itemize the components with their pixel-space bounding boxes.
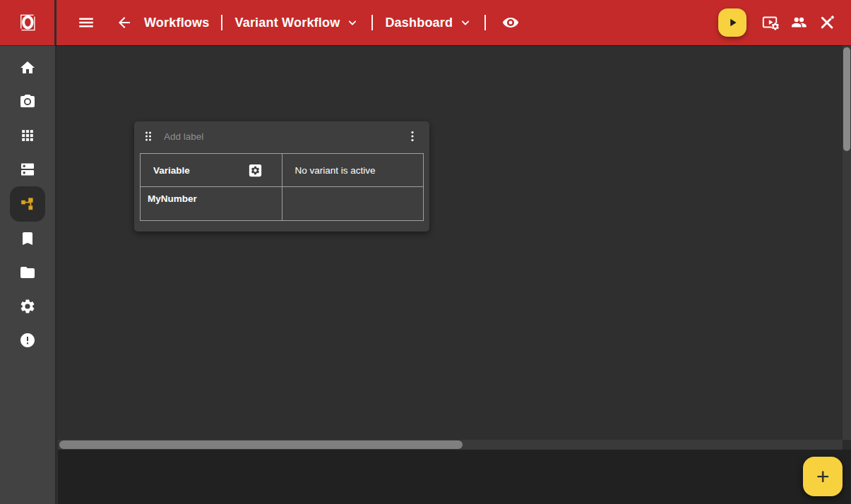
more-vert-icon	[405, 129, 419, 143]
bookmark-icon	[19, 230, 36, 247]
preview-button[interactable]	[498, 10, 523, 35]
sidebar-item-alerts[interactable]	[11, 323, 44, 357]
sidebar-item-bookmarks[interactable]	[11, 222, 44, 256]
breadcrumb-workflows[interactable]: Workflows	[144, 16, 209, 30]
settings-box-icon	[247, 162, 263, 179]
camera-icon	[19, 93, 36, 110]
view-selector-label: Dashboard	[385, 16, 453, 30]
users-button[interactable]	[786, 10, 811, 35]
apps-grid-icon	[20, 128, 35, 143]
scrollbar-corner	[843, 440, 851, 450]
dns-icon	[19, 161, 36, 178]
run-button[interactable]	[718, 8, 746, 37]
logo-icon	[8, 7, 47, 38]
variable-header-label: Variable	[153, 165, 190, 176]
schema-icon	[19, 196, 36, 212]
variant-status-cell: No variant is active	[282, 154, 424, 187]
recording-settings-button[interactable]	[758, 10, 783, 35]
arrow-back-icon	[116, 14, 133, 31]
chevron-down-icon	[345, 16, 359, 30]
appbar-divider	[371, 15, 373, 30]
app-bar: Workflows Variant Workflow Dashboard	[0, 0, 851, 45]
play-icon	[725, 15, 740, 30]
sidebar-item-settings[interactable]	[11, 289, 44, 323]
recording-settings-icon	[761, 13, 780, 32]
eye-icon	[501, 13, 520, 32]
workflow-selector[interactable]: Variant Workflow	[234, 16, 359, 30]
table-row: MyNumber	[141, 187, 424, 221]
error-icon	[19, 332, 36, 349]
add-widget-button[interactable]: +	[803, 457, 843, 496]
variable-name-cell[interactable]: MyNumber	[141, 187, 282, 221]
vertical-scrollbar-thumb[interactable]	[843, 47, 850, 151]
app-logo[interactable]	[0, 0, 56, 45]
sidebar-rail	[0, 45, 56, 504]
table-header-row: Variable No variant is active	[141, 154, 424, 187]
back-button[interactable]	[112, 10, 137, 35]
sidebar-item-workflows[interactable]	[10, 186, 45, 222]
tools-icon	[818, 13, 836, 32]
horizontal-scrollbar[interactable]	[58, 440, 843, 450]
chevron-down-icon	[458, 16, 472, 30]
variable-widget-card: Variable No variant is active	[134, 121, 429, 232]
bottom-bar	[58, 450, 851, 504]
menu-button[interactable]	[73, 10, 99, 35]
appbar-divider	[484, 15, 486, 30]
gear-icon	[19, 298, 36, 315]
sidebar-item-files[interactable]	[11, 256, 44, 289]
home-icon	[19, 59, 36, 76]
widget-menu-button[interactable]	[403, 126, 422, 146]
widget-header	[134, 121, 429, 151]
variable-value-cell[interactable]	[282, 187, 424, 221]
users-icon	[790, 13, 808, 32]
menu-icon	[77, 13, 95, 32]
workflow-selector-label: Variant Workflow	[234, 16, 340, 30]
widget-label-input[interactable]	[164, 131, 403, 142]
variable-table: Variable No variant is active	[140, 153, 424, 221]
dashboard-canvas[interactable]: Variable No variant is active	[58, 45, 851, 450]
view-selector[interactable]: Dashboard	[385, 16, 472, 30]
variable-header-cell[interactable]: Variable	[141, 154, 282, 187]
variable-settings-button[interactable]	[247, 162, 263, 179]
tools-button[interactable]	[814, 10, 840, 35]
sidebar-item-apps[interactable]	[11, 119, 44, 152]
drag-handle-icon[interactable]	[141, 129, 155, 143]
folder-icon	[19, 264, 36, 281]
appbar-divider	[221, 15, 222, 30]
vertical-scrollbar[interactable]	[843, 45, 851, 440]
sidebar-item-home[interactable]	[11, 51, 44, 85]
sidebar-item-camera[interactable]	[11, 85, 44, 119]
sidebar-item-dns[interactable]	[11, 152, 44, 186]
horizontal-scrollbar-thumb[interactable]	[59, 440, 463, 449]
